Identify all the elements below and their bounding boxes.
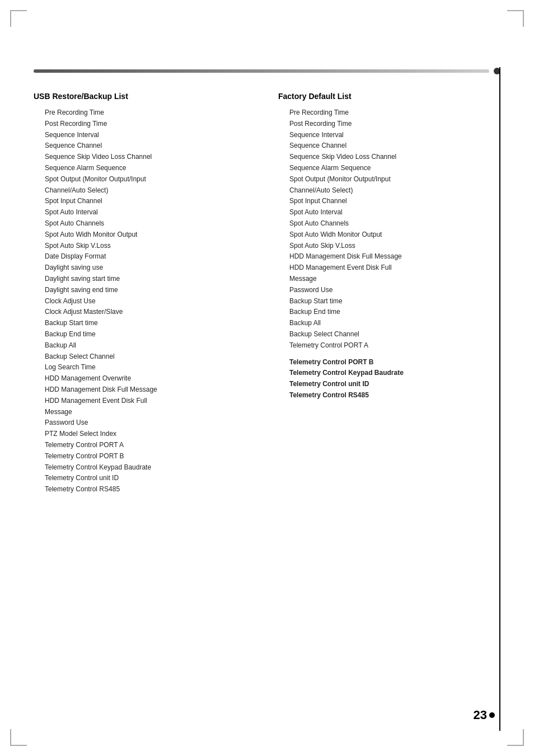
list-item: PTZ Model Select Index [45,429,256,440]
list-item: Telemetry Control PORT A [45,440,256,451]
usb-column-title: USB Restore/Backup List [34,92,256,101]
list-item: Sequence Skip Video Loss Channel [289,152,500,163]
corner-mark-bottom-left [10,729,27,746]
page-number-area: 23 [474,708,495,722]
page-border-right [499,67,500,731]
factory-column-title: Factory Default List [278,92,500,101]
list-item: Message [289,274,500,285]
list-item: Date Display Format [45,251,256,262]
list-item: Spot Auto Skip V.Loss [289,241,500,252]
list-item: Telemetry Control PORT B [45,451,256,462]
corner-mark-bottom-right [507,729,524,746]
list-item: Spot Input Channel [45,196,256,207]
list-item: Spot Input Channel [289,196,500,207]
list-item: Pre Recording Time [45,107,256,119]
list-item: Sequence Channel [289,140,500,152]
corner-mark-top-left [10,10,27,27]
header-bar [34,67,500,75]
list-item: Log Search Time [45,362,256,373]
list-item: Spot Auto Channels [45,218,256,229]
list-item: Daylight saving use [45,262,256,274]
list-item: Sequence Alarm Sequence [45,163,256,174]
list-item: HDD Management Disk Full Message [289,251,500,262]
list-item: Spot Auto Widh Monitor Output [45,229,256,241]
content-area: USB Restore/Backup List Pre Recording Ti… [34,92,500,495]
list-item: Spot Auto Skip V.Loss [45,241,256,252]
list-item: Password Use [45,417,256,429]
list-item: Telemetry Control Keypad Baudrate [289,368,500,379]
list-item: Spot Auto Interval [45,207,256,218]
list-item: Channel/Auto Select) [289,185,500,196]
list-item: Post Recording Time [289,119,500,130]
list-item: HDD Management Event Disk Full [45,396,256,407]
list-item: Backup Start time [289,296,500,307]
list-item: Backup End time [289,307,500,318]
list-item: Backup Select Channel [289,329,500,340]
list-item: Spot Output (Monitor Output/Input [289,174,500,185]
list-item: Backup All [289,318,500,329]
list-item: Telemetry Control unit ID [45,473,256,484]
list-item: Telemetry Control PORT A [289,340,500,351]
list-item: Telemetry Control unit ID [289,379,500,390]
list-item: Telemetry Control PORT B [289,357,500,368]
list-item: Telemetry Control Keypad Baudrate [45,462,256,473]
list-item: Spot Auto Widh Monitor Output [289,229,500,241]
list-item: Message [45,407,256,418]
list-item: Backup Select Channel [45,351,256,363]
list-item: HDD Management Disk Full Message [45,384,256,396]
list-item: Channel/Auto Select) [45,185,256,196]
list-item: Spot Auto Interval [289,207,500,218]
list-item: Backup Start time [45,318,256,329]
list-item: Clock Adjust Use [45,296,256,307]
list-item: Sequence Interval [289,130,500,141]
list-item: Backup All [45,340,256,351]
page-container: USB Restore/Backup List Pre Recording Ti… [0,0,534,756]
page-number-dot [489,712,495,718]
factory-list-items: Pre Recording Time Post Recording Time S… [278,107,500,401]
list-item: Sequence Alarm Sequence [289,163,500,174]
usb-list-items: Pre Recording Time Post Recording Time S… [34,107,256,495]
factory-column: Factory Default List Pre Recording Time … [278,92,500,495]
list-item: Post Recording Time [45,119,256,130]
list-item: Spot Auto Channels [289,218,500,229]
list-item: Daylight saving end time [45,285,256,296]
list-item: Password Use [289,285,500,296]
list-item: Spot Output (Monitor Output/Input [45,174,256,185]
corner-mark-top-right [507,10,524,27]
list-item: HDD Management Event Disk Full [289,262,500,274]
list-item: Pre Recording Time [289,107,500,119]
list-item: Sequence Skip Video Loss Channel [45,152,256,163]
list-item: Sequence Channel [45,140,256,152]
page-number: 23 [474,708,487,722]
list-item: Daylight saving start time [45,274,256,285]
list-item: HDD Management Overwrite [45,373,256,384]
usb-column: USB Restore/Backup List Pre Recording Ti… [34,92,256,495]
list-item: Telemetry Control RS485 [289,390,500,401]
list-item: Telemetry Control RS485 [45,484,256,495]
list-item: Backup End time [45,329,256,340]
header-bar-line [34,69,489,73]
list-item: Clock Adjust Master/Slave [45,307,256,318]
list-item: Sequence Interval [45,130,256,141]
